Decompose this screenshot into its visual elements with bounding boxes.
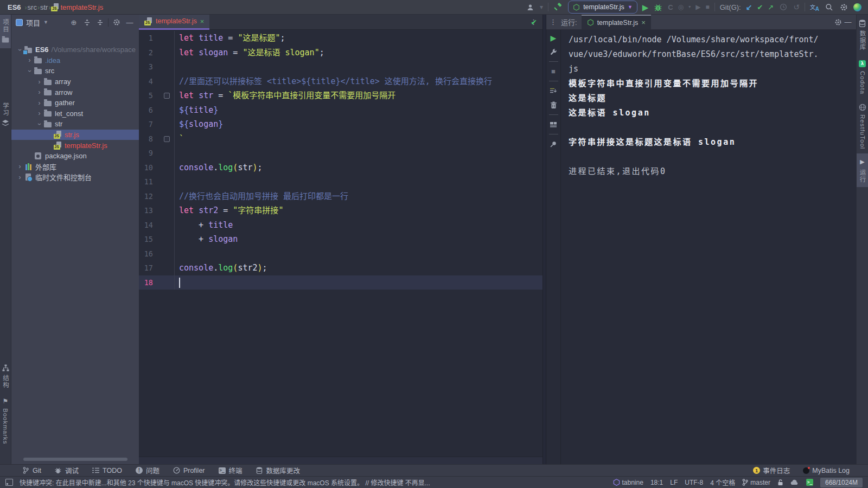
- tree-chevron-icon[interactable]: ›: [35, 88, 43, 96]
- toggle-toolwindows-icon[interactable]: [5, 479, 13, 486]
- toolwindow-button-Profiler[interactable]: Profiler: [166, 465, 212, 476]
- project-panel-title[interactable]: 项目: [26, 17, 40, 28]
- build-hammer-icon[interactable]: [553, 2, 563, 12]
- translate-icon[interactable]: 文A: [810, 3, 819, 11]
- expand-all-icon[interactable]: [82, 17, 92, 27]
- stop-process-button[interactable]: ■: [549, 67, 558, 76]
- tool-strip-item-项目[interactable]: 项目: [0, 15, 11, 48]
- panel-settings-gear-icon[interactable]: [112, 17, 122, 27]
- code-line-7[interactable]: 7${slogan}: [139, 117, 542, 132]
- gutter[interactable]: 10: [139, 160, 175, 175]
- gutter[interactable]: 12: [139, 189, 175, 204]
- tree-item-array[interactable]: ›array: [11, 76, 139, 87]
- green-plugin-icon[interactable]: >_: [806, 479, 813, 486]
- git-push-button[interactable]: ↗: [768, 4, 774, 11]
- code-line-11[interactable]: 11: [139, 175, 542, 189]
- run-settings-gear-icon[interactable]: [833, 17, 843, 27]
- settings-gear-icon[interactable]: [839, 2, 848, 12]
- editor-tab-templateStr[interactable]: templateStr.js ×: [139, 15, 209, 30]
- breadcrumb-project[interactable]: ES6: [8, 3, 21, 11]
- gutter[interactable]: 3: [139, 60, 175, 74]
- tree-chevron-icon[interactable]: ›: [36, 120, 43, 128]
- line-separator[interactable]: LF: [670, 479, 678, 486]
- debug-button[interactable]: [653, 2, 663, 12]
- hide-run-panel-icon[interactable]: —: [843, 17, 853, 27]
- code-line-12[interactable]: 12//换行也会自动用加号拼接 最后打印都是一行: [139, 189, 542, 204]
- code-line-17[interactable]: 17console.log(str2);: [139, 261, 542, 275]
- toolwindow-button-Git[interactable]: Git: [15, 465, 48, 476]
- code-line-3[interactable]: 3: [139, 60, 542, 74]
- search-icon[interactable]: [824, 2, 834, 12]
- code-line-16[interactable]: 16: [139, 247, 542, 261]
- tree-item-ES6[interactable]: ›ES6 /Volumes/share/workspace: [11, 44, 139, 55]
- gutter[interactable]: 7: [139, 117, 175, 132]
- inspections-ok-icon[interactable]: ✔: [531, 18, 537, 27]
- code-line-14[interactable]: 14 + title: [139, 218, 542, 233]
- tree-item-.idea[interactable]: ›.idea: [11, 55, 139, 66]
- code-line-2[interactable]: 2let slogan = "这是标语 slogan";: [139, 46, 542, 60]
- indent-style[interactable]: 4 个空格: [710, 478, 735, 487]
- tree-item-外部库[interactable]: ›外部库: [11, 162, 139, 172]
- code-line-15[interactable]: 15 + slogan: [139, 232, 542, 247]
- gutter[interactable]: 6: [139, 103, 175, 118]
- gutter[interactable]: 8: [139, 132, 175, 146]
- gutter[interactable]: 2: [139, 46, 175, 60]
- tree-chevron-icon[interactable]: ›: [25, 56, 34, 64]
- tree-chevron-icon[interactable]: ›: [35, 99, 43, 107]
- clear-console-trash-icon[interactable]: [549, 100, 558, 110]
- code-line-18[interactable]: 18: [139, 275, 542, 290]
- git-commit-button[interactable]: ✔: [757, 4, 763, 11]
- run-tab-templateStr[interactable]: templateStr.js ×: [582, 15, 651, 29]
- pin-tab-icon[interactable]: [549, 139, 558, 149]
- code-line-8[interactable]: 8`: [139, 132, 542, 146]
- toolwindow-button-调试[interactable]: 调试: [48, 465, 85, 476]
- editor-run-splitter[interactable]: [542, 15, 546, 464]
- gutter[interactable]: 5: [139, 88, 175, 103]
- coverage-caret-icon[interactable]: ▾: [688, 5, 691, 9]
- tool-strip-item-运行[interactable]: ▶运行: [857, 153, 868, 187]
- toolwindow-button-终端[interactable]: >_终端: [212, 465, 249, 476]
- fold-marker-icon[interactable]: [164, 136, 170, 142]
- hide-panel-icon[interactable]: —: [125, 17, 135, 27]
- tree-chevron-icon[interactable]: ›: [35, 78, 43, 86]
- gutter[interactable]: 15: [139, 232, 175, 247]
- breadcrumb-file[interactable]: templateStr.js: [60, 3, 103, 11]
- status-message[interactable]: 快捷键冲突: 在此目录中新建...和其他 23 个快捷键与 macOS 快捷键冲…: [20, 478, 432, 487]
- rerun-button[interactable]: ▶: [549, 33, 558, 42]
- edit-config-wrench-icon[interactable]: [549, 47, 558, 56]
- tool-strip-item-Codota[interactable]: λCodota: [857, 55, 868, 99]
- scroll-to-end-icon[interactable]: [549, 86, 558, 95]
- gutter[interactable]: 17: [139, 261, 175, 275]
- toolwindow-button-事件日志[interactable]: 1事件日志: [746, 465, 796, 476]
- tree-item-str.js[interactable]: str.js: [11, 130, 139, 140]
- tree-chevron-icon[interactable]: ›: [26, 67, 34, 75]
- tree-item-let_const[interactable]: ›let_const: [11, 108, 139, 119]
- user-caret-icon[interactable]: ▾: [540, 4, 543, 10]
- collapse-all-icon[interactable]: [95, 17, 105, 27]
- fold-marker-icon[interactable]: [164, 93, 170, 99]
- run-options-kebab-icon[interactable]: ⋮: [546, 18, 559, 26]
- tree-chevron-icon[interactable]: ›: [16, 163, 24, 170]
- toolwindow-button-TODO[interactable]: TODO: [85, 465, 129, 476]
- toolwindow-button-数据库更改[interactable]: 数据库更改: [249, 465, 307, 476]
- code-line-10[interactable]: 10console.log(str);: [139, 160, 542, 175]
- gutter[interactable]: 14: [139, 218, 175, 233]
- tool-strip-item-结构[interactable]: 结构: [0, 359, 11, 393]
- git-update-button[interactable]: ↙: [746, 3, 752, 11]
- caret-position[interactable]: 18:1: [650, 479, 663, 486]
- tree-item-templateStr.js[interactable]: templateStr.js: [11, 140, 139, 151]
- horizontal-scrollbar[interactable]: [23, 458, 127, 461]
- tree-item-package.json[interactable]: package.json: [11, 151, 139, 162]
- gutter[interactable]: 9: [139, 146, 175, 160]
- git-branch-widget[interactable]: master: [742, 479, 770, 486]
- toolwindow-button-MyBatis Log[interactable]: MyBatis Log: [796, 465, 856, 476]
- tree-item-arrow[interactable]: ›arrow: [11, 87, 139, 98]
- run-console-output[interactable]: /usr/local/bin/node /Volumes/share/works…: [561, 30, 856, 464]
- locate-file-icon[interactable]: ⊕: [69, 17, 79, 27]
- coverage-button[interactable]: ◎: [678, 4, 684, 10]
- code-line-1[interactable]: 1let title = "这是标题";: [139, 31, 542, 46]
- lock-icon[interactable]: [777, 479, 783, 486]
- tabnine-widget[interactable]: tabnine: [613, 479, 643, 486]
- tree-item-src[interactable]: ›src: [11, 66, 139, 76]
- tool-strip-item-学习[interactable]: 学习: [0, 98, 11, 132]
